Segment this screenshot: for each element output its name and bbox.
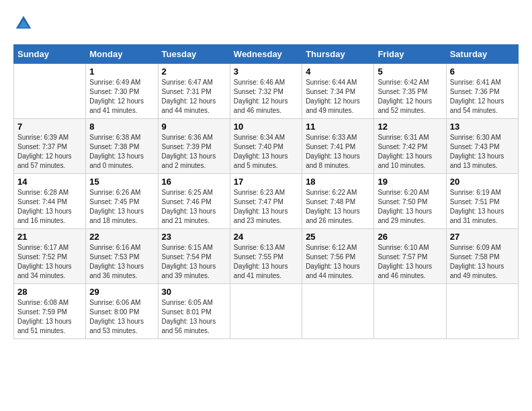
day-info: Sunrise: 6:47 AM Sunset: 7:31 PM Dayligh…	[162, 78, 226, 116]
calendar-week-5: 28Sunrise: 6:08 AM Sunset: 7:59 PM Dayli…	[14, 284, 519, 339]
day-number: 8	[89, 122, 154, 132]
calendar-cell: 26Sunrise: 6:10 AM Sunset: 7:57 PM Dayli…	[374, 229, 446, 284]
calendar-cell: 4Sunrise: 6:44 AM Sunset: 7:34 PM Daylig…	[302, 64, 374, 119]
day-number: 29	[89, 287, 154, 297]
day-number: 12	[378, 122, 442, 132]
day-info: Sunrise: 6:20 AM Sunset: 7:50 PM Dayligh…	[378, 188, 442, 226]
day-number: 17	[234, 177, 298, 187]
calendar-cell	[302, 284, 374, 339]
day-info: Sunrise: 6:13 AM Sunset: 7:55 PM Dayligh…	[234, 243, 298, 281]
day-number: 15	[89, 177, 154, 187]
calendar-week-3: 14Sunrise: 6:28 AM Sunset: 7:44 PM Dayli…	[14, 174, 519, 229]
day-info: Sunrise: 6:16 AM Sunset: 7:53 PM Dayligh…	[89, 243, 154, 281]
calendar-cell: 9Sunrise: 6:36 AM Sunset: 7:39 PM Daylig…	[158, 119, 230, 174]
day-info: Sunrise: 6:26 AM Sunset: 7:45 PM Dayligh…	[89, 188, 154, 226]
calendar-cell: 8Sunrise: 6:38 AM Sunset: 7:38 PM Daylig…	[86, 119, 158, 174]
day-info: Sunrise: 6:12 AM Sunset: 7:56 PM Dayligh…	[306, 243, 370, 281]
day-info: Sunrise: 6:28 AM Sunset: 7:44 PM Dayligh…	[17, 188, 82, 226]
column-header-monday: Monday	[86, 45, 158, 64]
day-number: 22	[89, 232, 154, 242]
day-info: Sunrise: 6:41 AM Sunset: 7:36 PM Dayligh…	[450, 78, 515, 116]
day-number: 25	[306, 232, 370, 242]
calendar-cell	[14, 64, 86, 119]
day-info: Sunrise: 6:19 AM Sunset: 7:51 PM Dayligh…	[450, 188, 515, 226]
day-info: Sunrise: 6:39 AM Sunset: 7:37 PM Dayligh…	[17, 133, 82, 171]
day-info: Sunrise: 6:33 AM Sunset: 7:41 PM Dayligh…	[306, 133, 370, 171]
calendar-cell: 24Sunrise: 6:13 AM Sunset: 7:55 PM Dayli…	[230, 229, 302, 284]
calendar-cell: 27Sunrise: 6:09 AM Sunset: 7:58 PM Dayli…	[446, 229, 518, 284]
day-number: 21	[17, 232, 82, 242]
logo-icon	[13, 13, 34, 34]
day-number: 13	[450, 122, 515, 132]
calendar-week-2: 7Sunrise: 6:39 AM Sunset: 7:37 PM Daylig…	[14, 119, 519, 174]
day-number: 20	[450, 177, 515, 187]
day-number: 4	[306, 66, 370, 77]
day-number: 3	[234, 66, 298, 77]
calendar-cell: 23Sunrise: 6:15 AM Sunset: 7:54 PM Dayli…	[158, 229, 230, 284]
column-header-wednesday: Wednesday	[230, 45, 302, 64]
calendar-cell: 7Sunrise: 6:39 AM Sunset: 7:37 PM Daylig…	[14, 119, 86, 174]
header-row: SundayMondayTuesdayWednesdayThursdayFrid…	[14, 45, 519, 64]
day-number: 1	[89, 66, 154, 77]
day-number: 30	[162, 287, 226, 297]
day-info: Sunrise: 6:09 AM Sunset: 7:58 PM Dayligh…	[450, 243, 515, 281]
day-number: 18	[306, 177, 370, 187]
calendar-cell: 1Sunrise: 6:49 AM Sunset: 7:30 PM Daylig…	[86, 64, 158, 119]
calendar-cell: 18Sunrise: 6:22 AM Sunset: 7:48 PM Dayli…	[302, 174, 374, 229]
page-header	[13, 13, 519, 34]
day-info: Sunrise: 6:31 AM Sunset: 7:42 PM Dayligh…	[378, 133, 442, 171]
column-header-thursday: Thursday	[302, 45, 374, 64]
calendar-cell	[374, 284, 446, 339]
day-number: 6	[450, 66, 515, 77]
day-number: 28	[17, 287, 82, 297]
calendar-cell: 29Sunrise: 6:06 AM Sunset: 8:00 PM Dayli…	[86, 284, 158, 339]
calendar-cell: 19Sunrise: 6:20 AM Sunset: 7:50 PM Dayli…	[374, 174, 446, 229]
calendar-cell	[446, 284, 518, 339]
day-number: 19	[378, 177, 442, 187]
day-number: 2	[162, 66, 226, 77]
calendar-table: SundayMondayTuesdayWednesdayThursdayFrid…	[13, 44, 519, 339]
calendar-cell: 14Sunrise: 6:28 AM Sunset: 7:44 PM Dayli…	[14, 174, 86, 229]
calendar-cell	[230, 284, 302, 339]
day-info: Sunrise: 6:25 AM Sunset: 7:46 PM Dayligh…	[162, 188, 226, 226]
calendar-cell: 17Sunrise: 6:23 AM Sunset: 7:47 PM Dayli…	[230, 174, 302, 229]
calendar-cell: 16Sunrise: 6:25 AM Sunset: 7:46 PM Dayli…	[158, 174, 230, 229]
calendar-cell: 28Sunrise: 6:08 AM Sunset: 7:59 PM Dayli…	[14, 284, 86, 339]
calendar-cell: 2Sunrise: 6:47 AM Sunset: 7:31 PM Daylig…	[158, 64, 230, 119]
day-info: Sunrise: 6:15 AM Sunset: 7:54 PM Dayligh…	[162, 243, 226, 281]
day-info: Sunrise: 6:05 AM Sunset: 8:01 PM Dayligh…	[162, 298, 226, 336]
day-info: Sunrise: 6:30 AM Sunset: 7:43 PM Dayligh…	[450, 133, 515, 171]
day-number: 26	[378, 232, 442, 242]
column-header-tuesday: Tuesday	[158, 45, 230, 64]
day-info: Sunrise: 6:10 AM Sunset: 7:57 PM Dayligh…	[378, 243, 442, 281]
day-info: Sunrise: 6:06 AM Sunset: 8:00 PM Dayligh…	[89, 298, 154, 336]
day-info: Sunrise: 6:22 AM Sunset: 7:48 PM Dayligh…	[306, 188, 370, 226]
calendar-cell: 12Sunrise: 6:31 AM Sunset: 7:42 PM Dayli…	[374, 119, 446, 174]
column-header-sunday: Sunday	[14, 45, 86, 64]
day-number: 10	[234, 122, 298, 132]
calendar-cell: 13Sunrise: 6:30 AM Sunset: 7:43 PM Dayli…	[446, 119, 518, 174]
day-info: Sunrise: 6:44 AM Sunset: 7:34 PM Dayligh…	[306, 78, 370, 116]
calendar-cell: 6Sunrise: 6:41 AM Sunset: 7:36 PM Daylig…	[446, 64, 518, 119]
logo	[13, 13, 36, 34]
calendar-cell: 22Sunrise: 6:16 AM Sunset: 7:53 PM Dayli…	[86, 229, 158, 284]
calendar-cell: 3Sunrise: 6:46 AM Sunset: 7:32 PM Daylig…	[230, 64, 302, 119]
day-number: 23	[162, 232, 226, 242]
day-number: 5	[378, 66, 442, 77]
calendar-cell: 11Sunrise: 6:33 AM Sunset: 7:41 PM Dayli…	[302, 119, 374, 174]
calendar-cell: 5Sunrise: 6:42 AM Sunset: 7:35 PM Daylig…	[374, 64, 446, 119]
calendar-cell: 21Sunrise: 6:17 AM Sunset: 7:52 PM Dayli…	[14, 229, 86, 284]
day-info: Sunrise: 6:38 AM Sunset: 7:38 PM Dayligh…	[89, 133, 154, 171]
day-number: 11	[306, 122, 370, 132]
day-info: Sunrise: 6:08 AM Sunset: 7:59 PM Dayligh…	[17, 298, 82, 336]
column-header-saturday: Saturday	[446, 45, 518, 64]
day-number: 24	[234, 232, 298, 242]
day-info: Sunrise: 6:17 AM Sunset: 7:52 PM Dayligh…	[17, 243, 82, 281]
day-info: Sunrise: 6:42 AM Sunset: 7:35 PM Dayligh…	[378, 78, 442, 116]
day-info: Sunrise: 6:36 AM Sunset: 7:39 PM Dayligh…	[162, 133, 226, 171]
calendar-cell: 30Sunrise: 6:05 AM Sunset: 8:01 PM Dayli…	[158, 284, 230, 339]
calendar-cell: 20Sunrise: 6:19 AM Sunset: 7:51 PM Dayli…	[446, 174, 518, 229]
calendar-cell: 10Sunrise: 6:34 AM Sunset: 7:40 PM Dayli…	[230, 119, 302, 174]
day-number: 27	[450, 232, 515, 242]
calendar-cell: 25Sunrise: 6:12 AM Sunset: 7:56 PM Dayli…	[302, 229, 374, 284]
